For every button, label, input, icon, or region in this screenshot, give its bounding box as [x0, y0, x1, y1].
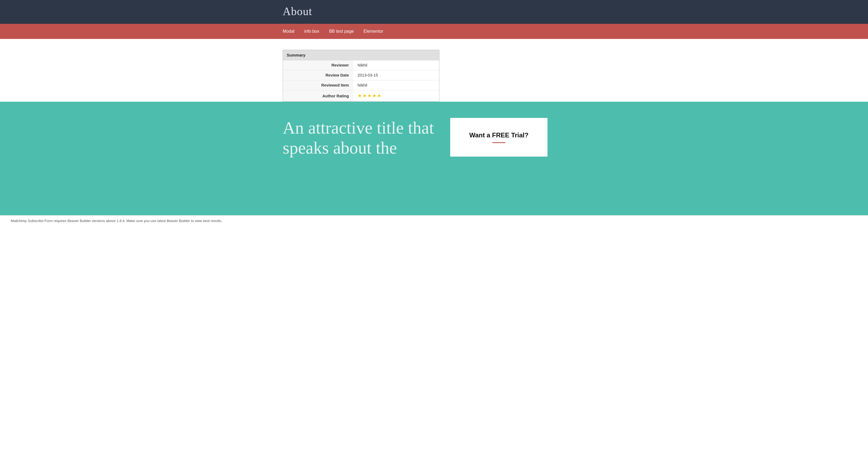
author-rating-stars: ★★★★★ [358, 93, 381, 99]
summary-row: Review Date2013-03-15 [283, 70, 439, 80]
page-title: About [283, 5, 585, 18]
teal-inner: An attractive title that speaks about th… [272, 118, 596, 158]
summary-cell-label: Reviewed Item [283, 80, 353, 90]
page-header: About [0, 0, 868, 24]
free-trial-divider [492, 142, 505, 143]
summary-table: ReviewerNikhilReview Date2013-03-15Revie… [283, 60, 439, 102]
nav-item-infobox[interactable]: info box [304, 25, 319, 38]
star-icon: ★ [367, 93, 372, 99]
summary-cell-label: Reviewer [283, 60, 353, 70]
nav-item-modal[interactable]: Modal [283, 25, 294, 38]
summary-row: Reviewed ItemNikhil [283, 80, 439, 90]
main-content: Summary ReviewerNikhilReview Date2013-03… [272, 39, 596, 102]
free-trial-title: Want a FREE Trial? [469, 132, 528, 139]
summary-cell-label: Review Date [283, 70, 353, 80]
summary-row: ReviewerNikhil [283, 60, 439, 70]
summary-cell-label: Author Rating [283, 90, 353, 102]
summary-cell-value: Nikhil [353, 60, 439, 70]
summary-cell-value: 2013-03-15 [353, 70, 439, 80]
teal-section: An attractive title that speaks about th… [0, 102, 868, 215]
summary-table-wrapper: Summary ReviewerNikhilReview Date2013-03… [283, 50, 439, 102]
star-icon: ★ [377, 93, 381, 99]
star-icon: ★ [358, 93, 362, 99]
navbar-inner: Modal info box BB test page Elementor [272, 25, 596, 38]
main-navbar: Modal info box BB test page Elementor [0, 24, 868, 39]
summary-cell-value: Nikhil [353, 80, 439, 90]
nav-item-bbtest[interactable]: BB test page [329, 25, 354, 38]
summary-cell-value: ★★★★★ [353, 90, 439, 102]
footer-notice: Mailchimp Subscribe Form requires Beaver… [0, 215, 868, 226]
free-trial-box: Want a FREE Trial? [450, 118, 548, 156]
star-icon: ★ [372, 93, 376, 99]
star-icon: ★ [362, 93, 367, 99]
summary-header: Summary [283, 50, 439, 60]
teal-title: An attractive title that speaks about th… [283, 118, 434, 158]
nav-item-elementor[interactable]: Elementor [364, 25, 383, 38]
summary-row: Author Rating★★★★★ [283, 90, 439, 102]
